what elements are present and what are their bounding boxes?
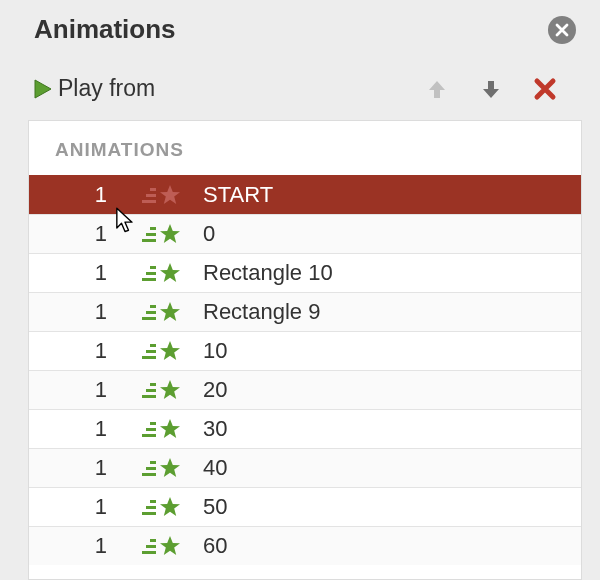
animation-row[interactable]: 150 <box>29 487 581 526</box>
star-icon <box>158 378 182 402</box>
animation-order: 1 <box>29 260 127 286</box>
play-icon <box>30 77 54 101</box>
animation-label: Rectangle 10 <box>197 260 581 286</box>
animation-label: 10 <box>197 338 581 364</box>
star-icon <box>158 339 182 363</box>
animation-effect-icon <box>127 300 197 324</box>
animation-order: 1 <box>29 299 127 325</box>
motion-lines-icon <box>142 266 156 281</box>
motion-lines-icon <box>142 422 156 437</box>
animation-row[interactable]: 140 <box>29 448 581 487</box>
star-icon <box>158 300 182 324</box>
animation-row[interactable]: 120 <box>29 370 581 409</box>
star-icon <box>158 222 182 246</box>
move-up-button[interactable] <box>424 76 450 102</box>
animation-order: 1 <box>29 416 127 442</box>
animation-effect-icon <box>127 456 197 480</box>
animation-list: ANIMATIONS 1START101Rectangle 101Rectang… <box>28 120 582 580</box>
motion-lines-icon <box>142 461 156 476</box>
animation-row[interactable]: 1START <box>29 175 581 214</box>
star-icon <box>158 456 182 480</box>
animation-order: 1 <box>29 182 127 208</box>
motion-lines-icon <box>142 539 156 554</box>
animation-label: Rectangle 9 <box>197 299 581 325</box>
animation-effect-icon <box>127 495 197 519</box>
animation-row[interactable]: 160 <box>29 526 581 565</box>
arrow-down-icon <box>479 77 503 101</box>
motion-lines-icon <box>142 227 156 242</box>
panel-title: Animations <box>34 14 176 45</box>
motion-lines-icon <box>142 344 156 359</box>
animation-effect-icon <box>127 261 197 285</box>
animation-row[interactable]: 10 <box>29 214 581 253</box>
animation-effect-icon <box>127 417 197 441</box>
animation-row[interactable]: 110 <box>29 331 581 370</box>
motion-lines-icon <box>142 305 156 320</box>
animation-label: 40 <box>197 455 581 481</box>
play-from-label: Play from <box>58 75 155 102</box>
animation-label: 20 <box>197 377 581 403</box>
motion-lines-icon <box>142 383 156 398</box>
toolbar: Play from <box>28 75 582 120</box>
animation-order: 1 <box>29 455 127 481</box>
delete-button[interactable] <box>532 76 558 102</box>
animation-effect-icon <box>127 378 197 402</box>
animation-label: 60 <box>197 533 581 559</box>
star-icon <box>158 534 182 558</box>
star-icon <box>158 495 182 519</box>
animation-order: 1 <box>29 377 127 403</box>
animation-order: 1 <box>29 494 127 520</box>
star-icon <box>158 183 182 207</box>
animation-order: 1 <box>29 221 127 247</box>
animation-effect-icon <box>127 183 197 207</box>
motion-lines-icon <box>142 500 156 515</box>
animation-label: 0 <box>197 221 581 247</box>
list-heading: ANIMATIONS <box>29 121 581 175</box>
star-icon <box>158 261 182 285</box>
star-icon <box>158 417 182 441</box>
animation-order: 1 <box>29 533 127 559</box>
animation-label: 50 <box>197 494 581 520</box>
animation-effect-icon <box>127 339 197 363</box>
close-icon <box>555 23 569 37</box>
animation-row[interactable]: 1Rectangle 10 <box>29 253 581 292</box>
animation-effect-icon <box>127 534 197 558</box>
animation-effect-icon <box>127 222 197 246</box>
play-from-button[interactable]: Play from <box>30 75 155 102</box>
animations-panel: Animations Play from <box>0 0 600 580</box>
move-down-button[interactable] <box>478 76 504 102</box>
animation-rows: 1START101Rectangle 101Rectangle 91101201… <box>29 175 581 579</box>
arrow-up-icon <box>425 77 449 101</box>
delete-icon <box>533 77 557 101</box>
motion-lines-icon <box>142 188 156 203</box>
animation-row[interactable]: 1Rectangle 9 <box>29 292 581 331</box>
animation-row[interactable]: 130 <box>29 409 581 448</box>
animation-label: START <box>197 182 581 208</box>
close-button[interactable] <box>548 16 576 44</box>
animation-order: 1 <box>29 338 127 364</box>
panel-header: Animations <box>28 0 582 75</box>
animation-label: 30 <box>197 416 581 442</box>
